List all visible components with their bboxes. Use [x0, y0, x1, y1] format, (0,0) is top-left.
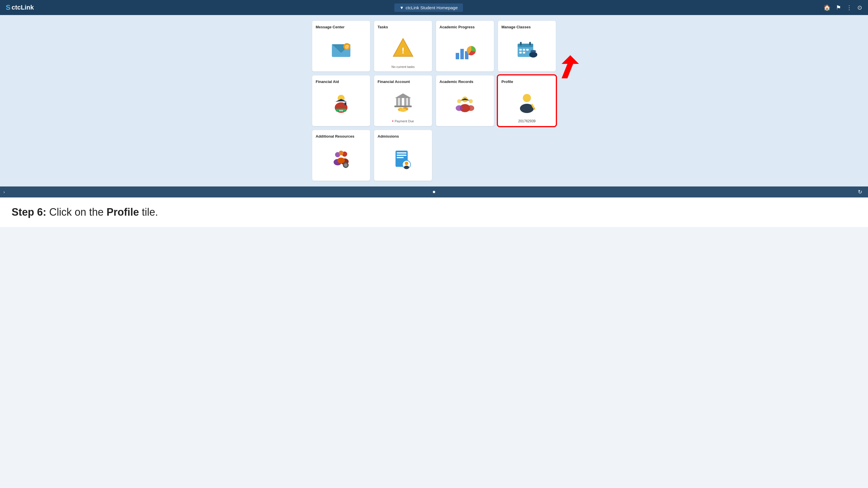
svg-text:!: !	[402, 46, 404, 55]
svg-point-54	[339, 151, 343, 155]
tile-tasks[interactable]: Tasks ! No current tasks	[374, 21, 432, 71]
logo-text: ctcLink	[11, 4, 34, 11]
svg-rect-16	[526, 49, 529, 51]
tile-academic-records-icon	[439, 86, 490, 123]
tile-profile-icon	[501, 86, 552, 118]
svg-point-44	[467, 105, 474, 111]
tile-message-center-title: Message Center	[316, 25, 345, 29]
svg-point-67	[405, 162, 408, 165]
svg-point-41	[457, 99, 461, 103]
bottom-bar: › ↻	[0, 187, 868, 197]
navigation-icon[interactable]: ⊙	[857, 4, 862, 11]
svg-point-45	[523, 94, 531, 102]
tile-tasks-subtitle: No current tasks	[378, 65, 429, 68]
logo-s-icon: S	[6, 3, 10, 11]
pagination-dot	[433, 191, 435, 193]
svg-marker-49	[562, 55, 579, 78]
svg-point-37	[400, 108, 406, 112]
tile-financial-aid[interactable]: Financial Aid $$$	[312, 75, 370, 126]
svg-marker-29	[395, 93, 411, 98]
svg-rect-15	[523, 49, 525, 51]
tile-academic-progress-title: Academic Progress	[439, 25, 474, 29]
tile-message-center-icon: @	[316, 32, 367, 68]
tile-message-center[interactable]: Message Center @	[312, 21, 370, 71]
svg-rect-63	[397, 152, 406, 154]
svg-rect-30	[396, 98, 398, 105]
tile-manage-classes-icon	[501, 32, 552, 68]
svg-rect-13	[529, 42, 531, 45]
svg-rect-7	[460, 49, 464, 59]
svg-point-22	[530, 50, 536, 52]
svg-rect-61	[347, 164, 349, 166]
svg-rect-26	[345, 102, 346, 105]
svg-rect-64	[397, 155, 406, 156]
tile-admissions[interactable]: Admissions	[374, 130, 432, 181]
logo: SctcLink	[6, 3, 34, 11]
tile-academic-records-title: Academic Records	[439, 79, 473, 84]
tile-financial-account[interactable]: Financial Account ▪ Payment Due	[374, 75, 432, 126]
tile-additional-resources-icon	[316, 141, 367, 178]
svg-rect-59	[345, 167, 347, 168]
svg-rect-6	[456, 53, 459, 59]
nav-dropdown[interactable]: ▼ ctcLink Student Homepage	[394, 3, 463, 12]
tile-academic-progress[interactable]: Academic Progress	[436, 21, 494, 71]
tile-profile-user-id: 201762939	[501, 119, 552, 123]
tile-financial-account-icon	[378, 86, 429, 118]
tile-financial-aid-icon: $$$	[316, 86, 367, 123]
payment-due-icon: ▪	[392, 119, 394, 123]
step-text: Click on the	[46, 206, 106, 218]
chevron-left-icon[interactable]: ›	[3, 190, 5, 194]
tile-financial-account-payment-due: ▪ Payment Due	[378, 119, 429, 123]
svg-rect-17	[519, 52, 522, 54]
main-area: Message Center @ Tasks ! N	[0, 15, 868, 187]
svg-rect-58	[345, 162, 347, 163]
nav-label: ctcLink Student Homepage	[406, 5, 458, 10]
svg-point-42	[456, 105, 463, 111]
tile-grid: Message Center @ Tasks ! N	[312, 21, 556, 181]
svg-rect-31	[400, 98, 402, 105]
svg-rect-14	[519, 49, 522, 51]
payment-due-text: Payment Due	[395, 120, 414, 123]
svg-rect-32	[404, 98, 406, 105]
svg-text:$$$: $$$	[339, 109, 343, 112]
tile-tasks-title: Tasks	[378, 25, 388, 29]
svg-point-55	[337, 158, 345, 163]
tile-additional-resources-title: Additional Resources	[316, 134, 354, 138]
tile-academic-progress-icon	[439, 32, 490, 68]
svg-rect-34	[394, 105, 412, 107]
more-icon[interactable]: ⋮	[846, 4, 852, 11]
tile-admissions-title: Admissions	[378, 134, 399, 138]
header-icons: 🏠 ⚑ ⋮ ⊙	[824, 4, 862, 11]
tile-manage-classes[interactable]: Manage Classes	[498, 21, 556, 71]
tile-additional-resources[interactable]: Additional Resources	[312, 130, 370, 181]
svg-text:@: @	[345, 44, 349, 49]
tile-academic-records[interactable]: Academic Records	[436, 75, 494, 126]
tile-tasks-icon: !	[378, 32, 429, 64]
tile-admissions-icon	[378, 141, 429, 178]
step-number: Step 6:	[11, 206, 46, 218]
tile-financial-aid-title: Financial Aid	[316, 79, 339, 84]
tile-profile-title: Profile	[501, 79, 513, 84]
svg-rect-18	[523, 52, 525, 54]
tile-financial-account-title: Financial Account	[378, 79, 410, 84]
step-bold-word: Profile	[106, 206, 139, 218]
svg-rect-12	[520, 42, 522, 45]
tile-manage-classes-title: Manage Classes	[501, 25, 531, 29]
step-instruction: Step 6: Click on the Profile tile.	[0, 197, 868, 227]
tile-profile[interactable]: Profile 201762939	[498, 75, 556, 126]
svg-point-68	[404, 166, 409, 169]
flag-icon[interactable]: ⚑	[836, 4, 841, 11]
home-icon[interactable]: 🏠	[824, 4, 831, 11]
step-end-text: tile.	[139, 206, 158, 218]
svg-point-57	[344, 163, 347, 167]
svg-rect-65	[397, 157, 404, 158]
header: SctcLink ▼ ctcLink Student Homepage 🏠 ⚑ …	[0, 0, 868, 15]
svg-rect-60	[343, 164, 344, 166]
nav-arrow-icon: ▼	[400, 5, 404, 10]
svg-point-43	[469, 99, 473, 103]
svg-rect-33	[408, 98, 410, 105]
refresh-icon[interactable]: ↻	[858, 189, 862, 195]
